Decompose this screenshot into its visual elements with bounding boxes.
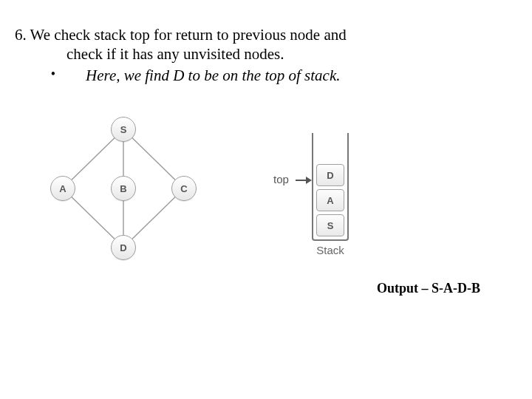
stack-container: D A S — [312, 133, 349, 241]
step-bullet-row: • Here, we find D to be on the top of st… — [15, 66, 429, 85]
stack-cell-label: A — [327, 195, 333, 206]
graph-node-A-label: A — [59, 183, 66, 194]
graph-node-D: D — [111, 235, 136, 260]
stack-cell: S — [316, 214, 344, 236]
bullet-icon: • — [15, 66, 68, 83]
stack-cell-label: S — [327, 220, 334, 231]
graph-node-S-label: S — [120, 124, 127, 135]
graph-node-C: C — [171, 176, 197, 201]
step-text: 6. We check stack top for return to prev… — [15, 25, 429, 85]
stack-label: Stack — [306, 244, 355, 256]
step-line-1: 6. We check stack top for return to prev… — [15, 25, 429, 44]
graph-node-C-label: C — [180, 183, 187, 194]
arrow-right-icon — [296, 174, 312, 187]
graph-node-B: B — [111, 176, 136, 201]
graph-node-S: S — [111, 117, 136, 142]
step-bullet-text: Here, we find D to be on the top of stac… — [68, 66, 341, 85]
slide: 6. We check stack top for return to prev… — [0, 0, 532, 399]
diagram-area: S A B C D top D A S Stack — [37, 111, 347, 281]
graph-node-B-label: B — [120, 183, 126, 194]
stack-top-label: top — [273, 173, 289, 185]
stack-cell: A — [316, 189, 344, 211]
graph-node-D-label: D — [120, 242, 126, 253]
stack: top D A S Stack — [273, 111, 362, 273]
step-line-2: check if it has any unvisited nodes. — [15, 44, 429, 64]
graph-node-A: A — [50, 176, 75, 201]
svg-marker-7 — [306, 177, 312, 184]
stack-cell-label: D — [327, 170, 333, 181]
output-text: Output – S-A-D-B — [377, 281, 480, 296]
stack-cell: D — [316, 164, 344, 186]
